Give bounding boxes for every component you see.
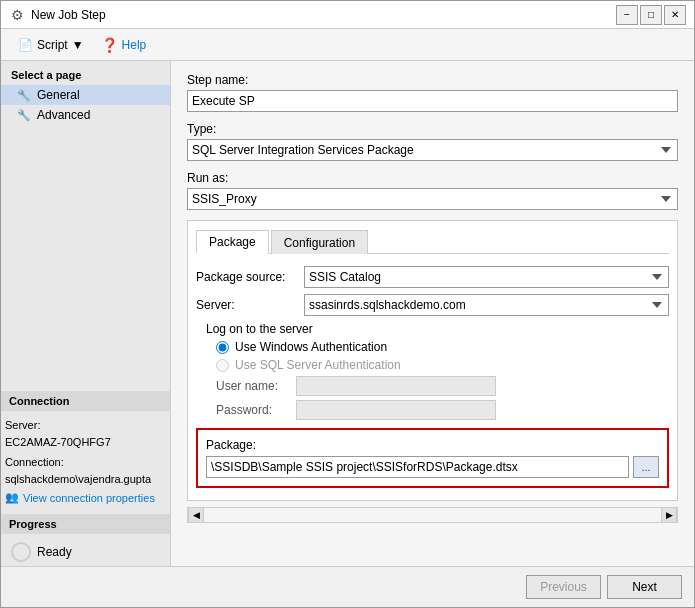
windows-auth-radio-item: Use Windows Authentication bbox=[216, 340, 669, 354]
people-icon: 👥 bbox=[5, 491, 19, 504]
scroll-track[interactable] bbox=[204, 508, 661, 522]
content-area: Select a page 🔧 General 🔧 Advanced Conne… bbox=[1, 61, 694, 566]
username-row: User name: bbox=[206, 376, 669, 396]
previous-button[interactable]: Previous bbox=[526, 575, 601, 599]
step-name-group: Step name: bbox=[187, 73, 678, 112]
run-as-select-wrapper: SSIS_Proxy SQL Server Agent Service Acco… bbox=[187, 188, 678, 210]
tab-package[interactable]: Package bbox=[196, 230, 269, 254]
sql-auth-label: Use SQL Server Authentication bbox=[235, 358, 401, 372]
password-row: Password: bbox=[206, 400, 669, 420]
password-input[interactable] bbox=[296, 400, 496, 420]
type-group: Type: SQL Server Integration Services Pa… bbox=[187, 122, 678, 161]
script-dropdown-icon: ▼ bbox=[72, 38, 84, 52]
sidebar: Select a page 🔧 General 🔧 Advanced Conne… bbox=[1, 61, 171, 566]
wrench-icon: 🔧 bbox=[17, 89, 31, 102]
step-name-input[interactable] bbox=[187, 90, 678, 112]
tab-configuration[interactable]: Configuration bbox=[271, 230, 368, 254]
progress-status: Ready bbox=[37, 545, 72, 559]
connection-section-title: Connection bbox=[1, 391, 170, 411]
type-label: Type: bbox=[187, 122, 678, 136]
server-info: Server: EC2AMAZ-70QHFG7 bbox=[1, 415, 170, 452]
scroll-left-button[interactable]: ◀ bbox=[188, 507, 204, 523]
help-circle-icon: ❓ bbox=[101, 37, 118, 53]
next-button[interactable]: Next bbox=[607, 575, 682, 599]
package-source-control: SSIS Catalog File system SSIS Package St… bbox=[304, 266, 669, 288]
sidebar-item-advanced[interactable]: 🔧 Advanced bbox=[1, 105, 170, 125]
toolbar: 📄 Script ▼ ❓ Help bbox=[1, 29, 694, 61]
package-source-select[interactable]: SSIS Catalog File system SSIS Package St… bbox=[304, 266, 669, 288]
new-job-step-window: ⚙ New Job Step − □ ✕ 📄 Script ▼ ❓ Help S… bbox=[0, 0, 695, 608]
sidebar-item-general[interactable]: 🔧 General bbox=[1, 85, 170, 105]
help-button[interactable]: ❓ Help bbox=[93, 34, 155, 56]
scroll-right-button[interactable]: ▶ bbox=[661, 507, 677, 523]
select-page-title: Select a page bbox=[1, 61, 170, 85]
title-bar: ⚙ New Job Step − □ ✕ bbox=[1, 1, 694, 29]
window-icon: ⚙ bbox=[9, 7, 25, 23]
package-source-row: Package source: SSIS Catalog File system… bbox=[196, 266, 669, 288]
connection-info: Connection: sqlshackdemo\vajendra.gupta bbox=[1, 452, 170, 489]
server-control: ssasinrds.sqlshackdemo.com bbox=[304, 294, 669, 316]
minimize-button[interactable]: − bbox=[616, 5, 638, 25]
type-select-wrapper: SQL Server Integration Services Package … bbox=[187, 139, 678, 161]
script-button[interactable]: 📄 Script ▼ bbox=[9, 34, 93, 56]
window-title: New Job Step bbox=[31, 8, 616, 22]
close-button[interactable]: ✕ bbox=[664, 5, 686, 25]
password-label: Password: bbox=[216, 403, 296, 417]
run-as-group: Run as: SSIS_Proxy SQL Server Agent Serv… bbox=[187, 171, 678, 210]
server-row: Server: ssasinrds.sqlshackdemo.com bbox=[196, 294, 669, 316]
package-box: Package: ... bbox=[196, 428, 669, 488]
run-as-select[interactable]: SSIS_Proxy SQL Server Agent Service Acco… bbox=[187, 188, 678, 210]
tab-package-content: Package source: SSIS Catalog File system… bbox=[196, 262, 669, 492]
package-source-label: Package source: bbox=[196, 270, 296, 284]
step-name-label: Step name: bbox=[187, 73, 678, 87]
windows-auth-radio[interactable] bbox=[216, 341, 229, 354]
logon-label: Log on to the server bbox=[206, 322, 669, 336]
package-input[interactable] bbox=[206, 456, 629, 478]
script-icon: 📄 bbox=[18, 38, 33, 52]
package-field-label: Package: bbox=[206, 438, 659, 452]
tabs-header: Package Configuration bbox=[196, 229, 669, 254]
run-as-label: Run as: bbox=[187, 171, 678, 185]
logon-section: Log on to the server Use Windows Authent… bbox=[196, 322, 669, 420]
progress-section-title: Progress bbox=[1, 514, 170, 534]
windows-auth-label: Use Windows Authentication bbox=[235, 340, 387, 354]
browse-button[interactable]: ... bbox=[633, 456, 659, 478]
progress-section: Progress Ready bbox=[1, 514, 170, 566]
radio-group: Use Windows Authentication Use SQL Serve… bbox=[206, 340, 669, 372]
server-row-label: Server: bbox=[196, 298, 296, 312]
tabs-container: Package Configuration Package source: SS… bbox=[187, 220, 678, 501]
maximize-button[interactable]: □ bbox=[640, 5, 662, 25]
sql-auth-radio[interactable] bbox=[216, 359, 229, 372]
horizontal-scrollbar[interactable]: ◀ ▶ bbox=[187, 507, 678, 523]
username-label: User name: bbox=[216, 379, 296, 393]
progress-spinner bbox=[11, 542, 31, 562]
title-bar-controls: − □ ✕ bbox=[616, 5, 686, 25]
username-input[interactable] bbox=[296, 376, 496, 396]
package-row: ... bbox=[206, 456, 659, 478]
wrench-icon-advanced: 🔧 bbox=[17, 109, 31, 122]
connection-section: Connection Server: EC2AMAZ-70QHFG7 Conne… bbox=[1, 391, 170, 506]
server-select[interactable]: ssasinrds.sqlshackdemo.com bbox=[304, 294, 669, 316]
sql-auth-radio-item: Use SQL Server Authentication bbox=[216, 358, 669, 372]
type-select[interactable]: SQL Server Integration Services Package … bbox=[187, 139, 678, 161]
view-connection-properties-link[interactable]: 👥 View connection properties bbox=[1, 489, 170, 506]
main-content: Step name: Type: SQL Server Integration … bbox=[171, 61, 694, 566]
footer: Previous Next bbox=[1, 566, 694, 607]
